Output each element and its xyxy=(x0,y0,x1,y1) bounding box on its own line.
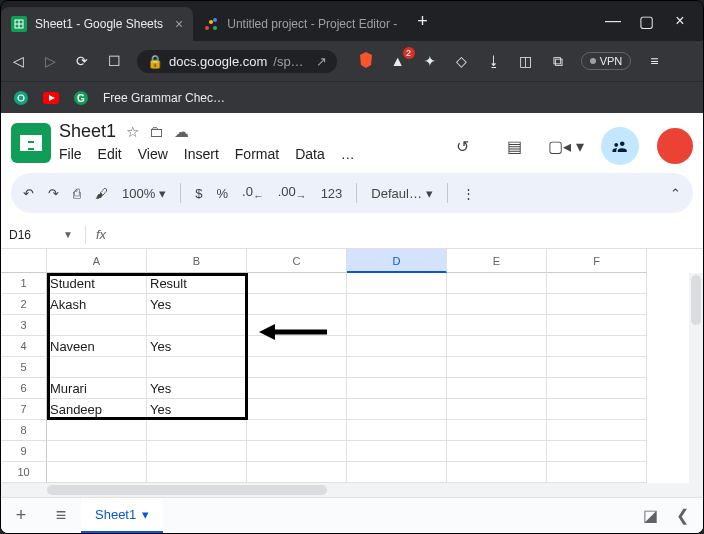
row-header[interactable]: 2 xyxy=(1,294,47,315)
menu-edit[interactable]: Edit xyxy=(98,146,122,162)
bookmark-favicon-1[interactable] xyxy=(13,90,29,106)
cell[interactable] xyxy=(347,378,447,399)
cell[interactable]: Yes xyxy=(147,399,247,420)
cell[interactable] xyxy=(447,273,547,294)
brave-icon[interactable] xyxy=(357,51,375,72)
notification-icon[interactable]: ▲ xyxy=(389,53,407,69)
cell[interactable] xyxy=(47,357,147,378)
cell[interactable]: Yes xyxy=(147,294,247,315)
cell[interactable] xyxy=(247,294,347,315)
col-header-b[interactable]: B xyxy=(147,249,247,273)
meet-icon[interactable]: ▢◂ ▾ xyxy=(549,129,583,163)
vpn-button[interactable]: VPN xyxy=(581,52,632,70)
cell[interactable] xyxy=(547,462,647,483)
browser-tab-active[interactable]: Sheet1 - Google Sheets × xyxy=(1,7,193,41)
cell[interactable] xyxy=(247,462,347,483)
horizontal-scrollbar[interactable] xyxy=(1,483,703,497)
cell[interactable]: Sandeep xyxy=(47,399,147,420)
sheets-logo-icon[interactable] xyxy=(11,123,51,163)
cell[interactable] xyxy=(147,420,247,441)
cell[interactable] xyxy=(347,315,447,336)
cell[interactable] xyxy=(147,357,247,378)
undo-icon[interactable]: ↶ xyxy=(23,186,34,201)
cell[interactable] xyxy=(147,462,247,483)
row-header[interactable]: 3 xyxy=(1,315,47,336)
cell[interactable] xyxy=(247,420,347,441)
font-selector[interactable]: Defaul… ▾ xyxy=(371,186,433,201)
cell[interactable]: Student xyxy=(47,273,147,294)
vertical-scrollbar[interactable] xyxy=(689,273,703,483)
menu-data[interactable]: Data xyxy=(295,146,325,162)
bookmark-favicon-3[interactable]: G xyxy=(73,90,89,106)
cell[interactable] xyxy=(347,462,447,483)
tab-close-icon[interactable]: × xyxy=(175,16,183,32)
row-header[interactable]: 4 xyxy=(1,336,47,357)
pip-icon[interactable]: ⧉ xyxy=(549,53,567,70)
minimize-icon[interactable]: — xyxy=(605,12,619,31)
paint-format-icon[interactable]: 🖌 xyxy=(95,186,108,201)
cell[interactable] xyxy=(447,441,547,462)
print-icon[interactable]: ⎙ xyxy=(73,186,81,201)
cell[interactable] xyxy=(547,420,647,441)
cell[interactable] xyxy=(547,399,647,420)
cell[interactable] xyxy=(447,336,547,357)
menu-more[interactable]: … xyxy=(341,146,355,162)
extensions-icon[interactable]: ✦ xyxy=(421,53,439,69)
cell[interactable]: Result xyxy=(147,273,247,294)
cell[interactable] xyxy=(447,462,547,483)
cell[interactable]: Akash xyxy=(47,294,147,315)
cell[interactable] xyxy=(347,294,447,315)
cell[interactable] xyxy=(247,378,347,399)
collapse-toolbar-icon[interactable]: ⌃ xyxy=(670,186,681,201)
name-box[interactable]: D16 xyxy=(1,228,57,242)
name-box-dropdown-icon[interactable]: ▼ xyxy=(57,229,79,240)
bookmark-favicon-2[interactable] xyxy=(43,90,59,106)
cell[interactable] xyxy=(547,441,647,462)
account-avatar[interactable] xyxy=(657,128,693,164)
browser-tab-inactive[interactable]: Untitled project - Project Editor - xyxy=(193,7,407,41)
cell[interactable] xyxy=(547,357,647,378)
history-icon[interactable]: ↺ xyxy=(445,129,479,163)
menu-view[interactable]: View xyxy=(138,146,168,162)
cell[interactable] xyxy=(447,357,547,378)
cell[interactable] xyxy=(547,378,647,399)
downloads-icon[interactable]: ⭳ xyxy=(485,53,503,69)
comments-icon[interactable]: ▤ xyxy=(497,129,531,163)
bookmark-grammar[interactable]: Free Grammar Chec… xyxy=(103,91,225,105)
cell[interactable] xyxy=(447,420,547,441)
col-header-c[interactable]: C xyxy=(247,249,347,273)
cell[interactable] xyxy=(347,441,447,462)
percent-format-button[interactable]: % xyxy=(216,186,228,201)
share-url-icon[interactable]: ↗ xyxy=(316,54,327,69)
cell[interactable] xyxy=(47,315,147,336)
cell[interactable] xyxy=(447,294,547,315)
cell[interactable] xyxy=(47,441,147,462)
cell[interactable] xyxy=(147,315,247,336)
increase-decimal-button[interactable]: .00→ xyxy=(278,184,307,202)
cell[interactable] xyxy=(447,378,547,399)
select-all-corner[interactable] xyxy=(1,249,47,273)
row-header[interactable]: 5 xyxy=(1,357,47,378)
cell[interactable] xyxy=(447,399,547,420)
url-input[interactable]: 🔒 docs.google.com/sp… ↗ xyxy=(137,50,337,73)
cloud-icon[interactable]: ☁ xyxy=(174,123,189,141)
cell[interactable] xyxy=(347,420,447,441)
cell[interactable]: Yes xyxy=(147,378,247,399)
cell[interactable] xyxy=(347,336,447,357)
cell[interactable]: Murari xyxy=(47,378,147,399)
cell[interactable] xyxy=(347,357,447,378)
cell[interactable] xyxy=(247,273,347,294)
new-tab-button[interactable]: + xyxy=(407,11,438,32)
cell[interactable] xyxy=(247,441,347,462)
number-format-button[interactable]: 123 xyxy=(321,186,343,201)
row-header[interactable]: 8 xyxy=(1,420,47,441)
reload-icon[interactable]: ⟳ xyxy=(73,53,91,69)
cell[interactable]: Yes xyxy=(147,336,247,357)
cell[interactable] xyxy=(247,357,347,378)
star-icon[interactable]: ☆ xyxy=(126,123,139,141)
col-header-a[interactable]: A xyxy=(47,249,147,273)
cell[interactable] xyxy=(147,441,247,462)
cell[interactable] xyxy=(47,462,147,483)
sheet-tab[interactable]: Sheet1 ▾ xyxy=(81,498,163,534)
bookmark-icon[interactable]: ☐ xyxy=(105,53,123,69)
